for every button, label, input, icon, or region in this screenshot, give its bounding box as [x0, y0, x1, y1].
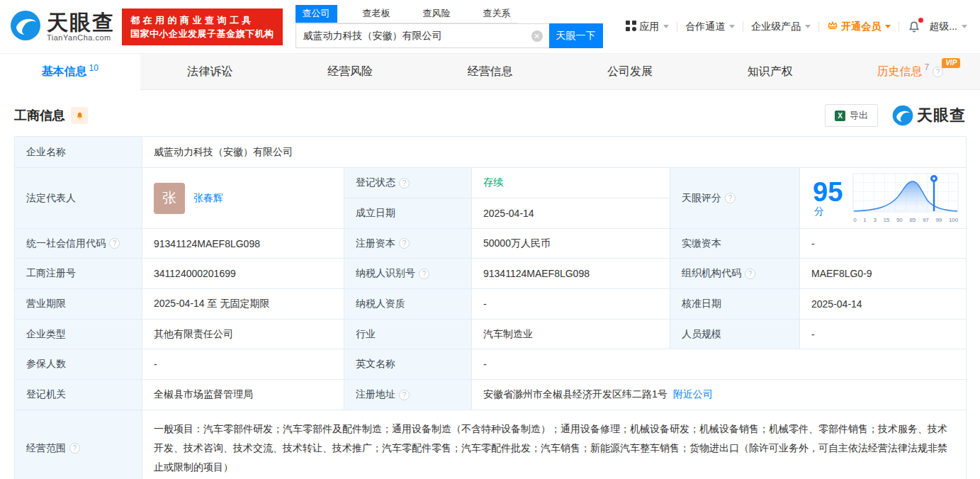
field-label-text: 注册地址	[356, 388, 395, 401]
chevron-down-icon	[885, 25, 891, 28]
apps-menu[interactable]: 应用	[626, 21, 669, 33]
field-label-text: 统一社会信用代码	[26, 237, 106, 250]
slogan-line2: 国家中小企业发展子基金旗下机构	[130, 27, 274, 40]
tianyancha-logo[interactable]: 天眼查 TianYanCha.com	[10, 10, 115, 44]
help-icon[interactable]	[399, 178, 410, 188]
field-label-paid-capital: 实缴资本	[670, 229, 800, 259]
field-label-approval-date: 核准日期	[670, 289, 800, 320]
tab-intellectual-property[interactable]: 知识产权	[700, 54, 840, 89]
search-tab-company[interactable]: 查公司	[295, 5, 337, 23]
chevron-down-icon	[962, 25, 967, 28]
tab-operating-info[interactable]: 经营信息	[420, 54, 561, 89]
legal-rep-avatar[interactable]: 张	[154, 183, 185, 214]
help-icon[interactable]	[69, 443, 80, 453]
field-label-reg-address: 注册地址	[344, 380, 472, 410]
field-label-reg-number: 工商注册号	[15, 259, 142, 289]
chevron-down-icon	[729, 25, 735, 28]
tab-label: 法律诉讼	[187, 64, 232, 79]
chevron-down-icon	[805, 25, 811, 28]
slogan-banner: 都在用的商业查询工具 国家中小企业发展子基金旗下机构	[122, 9, 283, 45]
field-label-text: 注册资本	[356, 237, 395, 250]
search-tab-risk[interactable]: 查风险	[416, 5, 458, 23]
notification-bell[interactable]	[907, 20, 921, 34]
field-label-text: 组织机构代码	[682, 267, 741, 280]
user-menu-label: 超级...	[929, 21, 957, 33]
field-label-text: 纳税人识别号	[356, 267, 415, 280]
field-label-english-name: 英文名称	[344, 349, 472, 380]
tab-label: 知识产权	[748, 64, 793, 79]
field-label-industry: 行业	[344, 320, 472, 349]
divider	[743, 21, 743, 32]
tab-operating-risk[interactable]: 经营风险	[280, 54, 420, 89]
field-value-business-term: 2025-04-14 至 无固定期限	[142, 289, 344, 320]
export-button[interactable]: X 导出	[825, 104, 878, 127]
field-value-credit-code: 91341124MAEF8LG098	[142, 229, 344, 259]
help-icon[interactable]	[745, 269, 755, 279]
watermark-logo-text: 天眼查	[917, 105, 966, 126]
open-vip-label: 开通会员	[841, 21, 881, 33]
field-value-company-name: 威蓝动力科技（安徽）有限公司	[142, 137, 967, 168]
tab-history-info[interactable]: VIP 历史信息 7	[840, 54, 980, 89]
field-value-reg-authority: 全椒县市场监督管理局	[142, 380, 344, 410]
field-label-legal-rep: 法定代表人	[15, 168, 142, 229]
field-value-english-name: -	[472, 349, 967, 380]
search-block: 查公司 查老板 查风险 查关系 ✕ 天眼一下	[295, 5, 603, 48]
crown-icon	[827, 20, 838, 33]
partner-menu[interactable]: 合作通道	[685, 21, 735, 33]
field-label-business-scope: 经营范围	[15, 410, 142, 479]
field-label-taxpayer-id: 纳税人识别号	[344, 259, 472, 289]
field-label-reg-capital: 注册资本	[344, 229, 472, 259]
tab-count: 7	[924, 62, 929, 72]
company-nav-tabs: 基本信息 10 法律诉讼 经营风险 经营信息 公司发展 知识产权 VIP 历史信…	[0, 53, 980, 90]
slogan-line1: 都在用的商业查询工具	[130, 13, 274, 27]
help-icon[interactable]	[725, 193, 736, 203]
nearby-companies-link[interactable]: 附近公司	[673, 388, 713, 401]
search-tab-relation[interactable]: 查关系	[476, 5, 518, 23]
user-menu[interactable]: 超级...	[929, 21, 967, 33]
field-label-company-type: 企业类型	[15, 320, 142, 349]
logo-text-domain: TianYanCha.com	[47, 33, 115, 42]
field-value-legal-rep: 张 张春辉	[142, 168, 344, 229]
search-button[interactable]: 天眼一下	[549, 23, 603, 48]
help-icon[interactable]	[109, 238, 120, 249]
tianyancha-logo-icon	[10, 10, 41, 44]
score-number: 95	[813, 177, 843, 207]
field-value-reg-address: 安徽省滁州市全椒县经济开发区纬二路1号 附近公司	[472, 380, 967, 410]
search-tab-boss[interactable]: 查老板	[356, 5, 398, 23]
field-value-paid-capital: -	[800, 229, 967, 259]
tab-company-development[interactable]: 公司发展	[560, 54, 700, 89]
tab-count: 10	[89, 63, 98, 73]
search-input[interactable]	[295, 23, 549, 48]
field-value-reg-status: 存续	[472, 168, 670, 198]
legal-rep-link[interactable]: 张春辉	[193, 192, 223, 205]
help-icon[interactable]	[399, 390, 410, 400]
field-value-company-type: 其他有限责任公司	[142, 320, 344, 349]
chevron-down-icon	[663, 25, 669, 28]
field-label-org-code: 组织机构代码	[670, 259, 800, 289]
field-value-approval-date: 2025-04-14	[800, 289, 967, 320]
help-icon[interactable]	[419, 269, 429, 279]
clear-search-icon[interactable]: ✕	[531, 30, 543, 42]
partner-menu-label: 合作通道	[685, 21, 725, 33]
notification-dot	[918, 18, 923, 23]
help-icon[interactable]	[399, 238, 410, 249]
tab-legal-proceedings[interactable]: 法律诉讼	[140, 54, 281, 89]
field-value-business-scope: 一般项目：汽车零部件研发；汽车零部件及配件制造；通用设备制造（不含特种设备制造）…	[142, 410, 967, 479]
reg-address-text: 安徽省滁州市全椒县经济开发区纬二路1号	[483, 388, 668, 401]
export-label: 导出	[850, 109, 868, 122]
field-label-text: 经营范围	[26, 442, 66, 455]
divider	[818, 21, 819, 32]
field-value-tyc-score: 95分	[800, 168, 967, 229]
open-vip-menu[interactable]: 开通会员	[827, 20, 891, 33]
field-value-reg-number: 341124000201699	[142, 259, 344, 289]
tab-label: 基本信息	[42, 64, 87, 79]
field-value-establish-date: 2025-04-14	[472, 198, 670, 229]
field-value-org-code: MAEF8LG0-9	[800, 259, 967, 289]
watermark-logo: 天眼查	[892, 105, 966, 126]
tab-basic-info[interactable]: 基本信息 10	[0, 54, 140, 90]
monitor-bell-button[interactable]	[71, 107, 88, 124]
field-value-insured-count: -	[142, 349, 344, 380]
field-label-text: 登记状态	[356, 176, 395, 189]
enterprise-menu[interactable]: 企业级产品	[751, 21, 811, 33]
field-label-insured-count: 参保人数	[15, 349, 142, 380]
